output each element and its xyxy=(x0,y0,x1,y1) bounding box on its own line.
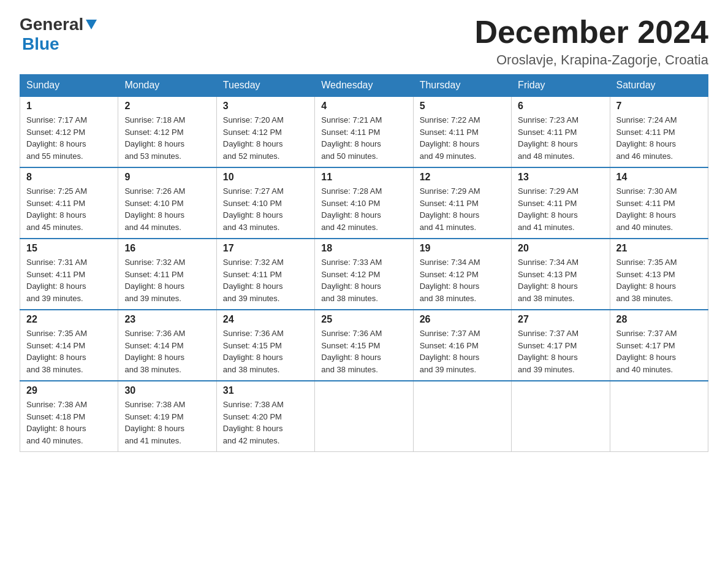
svg-marker-0 xyxy=(86,20,97,29)
logo-general-text: General xyxy=(20,15,83,34)
logo: General Blue xyxy=(20,15,97,54)
day-number: 8 xyxy=(26,172,112,183)
day-info: Sunrise: 7:38 AM Sunset: 4:19 PM Dayligh… xyxy=(124,399,210,446)
page-header: General Blue December 2024 Oroslavje, Kr… xyxy=(20,15,708,68)
calendar-day-cell: 26 Sunrise: 7:37 AM Sunset: 4:16 PM Dayl… xyxy=(413,310,511,381)
day-info: Sunrise: 7:29 AM Sunset: 4:11 PM Dayligh… xyxy=(420,185,505,233)
calendar-day-cell: 5 Sunrise: 7:22 AM Sunset: 4:11 PM Dayli… xyxy=(413,96,511,167)
calendar-day-cell: 4 Sunrise: 7:21 AM Sunset: 4:11 PM Dayli… xyxy=(315,96,413,167)
calendar-day-cell: 17 Sunrise: 7:32 AM Sunset: 4:11 PM Dayl… xyxy=(216,239,314,310)
day-info: Sunrise: 7:28 AM Sunset: 4:10 PM Dayligh… xyxy=(321,185,406,233)
day-number: 7 xyxy=(616,101,702,112)
day-number: 10 xyxy=(223,172,308,183)
weekday-header-saturday: Saturday xyxy=(610,75,708,97)
weekday-header-sunday: Sunday xyxy=(20,75,118,97)
day-info: Sunrise: 7:35 AM Sunset: 4:14 PM Dayligh… xyxy=(26,327,112,375)
day-number: 12 xyxy=(420,172,505,183)
day-info: Sunrise: 7:36 AM Sunset: 4:14 PM Dayligh… xyxy=(124,327,210,375)
day-info: Sunrise: 7:37 AM Sunset: 4:17 PM Dayligh… xyxy=(518,327,603,375)
day-info: Sunrise: 7:17 AM Sunset: 4:12 PM Dayligh… xyxy=(26,114,112,162)
day-number: 16 xyxy=(124,243,210,254)
calendar-day-cell: 12 Sunrise: 7:29 AM Sunset: 4:11 PM Dayl… xyxy=(413,167,511,239)
calendar-day-cell xyxy=(512,381,610,452)
calendar-day-cell: 28 Sunrise: 7:37 AM Sunset: 4:17 PM Dayl… xyxy=(610,310,708,381)
weekday-header-wednesday: Wednesday xyxy=(315,75,413,97)
day-number: 3 xyxy=(223,101,308,112)
day-number: 14 xyxy=(616,172,702,183)
day-number: 11 xyxy=(321,172,406,183)
calendar-day-cell xyxy=(413,381,511,452)
day-info: Sunrise: 7:38 AM Sunset: 4:20 PM Dayligh… xyxy=(223,399,308,446)
day-number: 17 xyxy=(223,243,308,254)
calendar-day-cell: 13 Sunrise: 7:29 AM Sunset: 4:11 PM Dayl… xyxy=(512,167,610,239)
day-info: Sunrise: 7:38 AM Sunset: 4:18 PM Dayligh… xyxy=(26,399,112,446)
day-number: 19 xyxy=(420,243,505,254)
calendar-day-cell: 22 Sunrise: 7:35 AM Sunset: 4:14 PM Dayl… xyxy=(20,310,118,381)
calendar-day-cell xyxy=(315,381,413,452)
calendar-day-cell: 14 Sunrise: 7:30 AM Sunset: 4:11 PM Dayl… xyxy=(610,167,708,239)
logo-triangle-icon xyxy=(86,20,97,32)
day-info: Sunrise: 7:31 AM Sunset: 4:11 PM Dayligh… xyxy=(26,256,112,304)
calendar-day-cell: 8 Sunrise: 7:25 AM Sunset: 4:11 PM Dayli… xyxy=(20,167,118,239)
day-number: 24 xyxy=(223,314,308,325)
day-number: 29 xyxy=(26,385,112,396)
calendar-week-row: 15 Sunrise: 7:31 AM Sunset: 4:11 PM Dayl… xyxy=(20,239,708,310)
day-number: 31 xyxy=(223,385,308,396)
day-info: Sunrise: 7:32 AM Sunset: 4:11 PM Dayligh… xyxy=(223,256,308,304)
weekday-header-friday: Friday xyxy=(512,75,610,97)
day-number: 13 xyxy=(518,172,603,183)
day-number: 20 xyxy=(518,243,603,254)
day-info: Sunrise: 7:20 AM Sunset: 4:12 PM Dayligh… xyxy=(223,114,308,162)
calendar-day-cell: 18 Sunrise: 7:33 AM Sunset: 4:12 PM Dayl… xyxy=(315,239,413,310)
calendar-day-cell: 31 Sunrise: 7:38 AM Sunset: 4:20 PM Dayl… xyxy=(216,381,314,452)
day-info: Sunrise: 7:32 AM Sunset: 4:11 PM Dayligh… xyxy=(124,256,210,304)
logo-blue-text: Blue xyxy=(22,34,59,53)
day-info: Sunrise: 7:33 AM Sunset: 4:12 PM Dayligh… xyxy=(321,256,406,304)
day-info: Sunrise: 7:24 AM Sunset: 4:11 PM Dayligh… xyxy=(616,114,702,162)
calendar-day-cell: 24 Sunrise: 7:36 AM Sunset: 4:15 PM Dayl… xyxy=(216,310,314,381)
weekday-header-thursday: Thursday xyxy=(413,75,511,97)
day-info: Sunrise: 7:37 AM Sunset: 4:16 PM Dayligh… xyxy=(420,327,505,375)
calendar-day-cell: 27 Sunrise: 7:37 AM Sunset: 4:17 PM Dayl… xyxy=(512,310,610,381)
day-number: 27 xyxy=(518,314,603,325)
calendar-day-cell: 16 Sunrise: 7:32 AM Sunset: 4:11 PM Dayl… xyxy=(118,239,216,310)
calendar-day-cell: 23 Sunrise: 7:36 AM Sunset: 4:14 PM Dayl… xyxy=(118,310,216,381)
calendar-week-row: 29 Sunrise: 7:38 AM Sunset: 4:18 PM Dayl… xyxy=(20,381,708,452)
calendar-day-cell: 1 Sunrise: 7:17 AM Sunset: 4:12 PM Dayli… xyxy=(20,96,118,167)
calendar-table: SundayMondayTuesdayWednesdayThursdayFrid… xyxy=(20,74,708,452)
location-subtitle: Oroslavje, Krapina-Zagorje, Croatia xyxy=(474,52,708,68)
day-number: 28 xyxy=(616,314,702,325)
calendar-day-cell: 30 Sunrise: 7:38 AM Sunset: 4:19 PM Dayl… xyxy=(118,381,216,452)
weekday-header-monday: Monday xyxy=(118,75,216,97)
day-number: 2 xyxy=(124,101,210,112)
calendar-day-cell: 25 Sunrise: 7:36 AM Sunset: 4:15 PM Dayl… xyxy=(315,310,413,381)
calendar-day-cell: 20 Sunrise: 7:34 AM Sunset: 4:13 PM Dayl… xyxy=(512,239,610,310)
day-number: 5 xyxy=(420,101,505,112)
calendar-day-cell: 2 Sunrise: 7:18 AM Sunset: 4:12 PM Dayli… xyxy=(118,96,216,167)
day-number: 26 xyxy=(420,314,505,325)
day-number: 21 xyxy=(616,243,702,254)
day-number: 23 xyxy=(124,314,210,325)
day-info: Sunrise: 7:29 AM Sunset: 4:11 PM Dayligh… xyxy=(518,185,603,233)
weekday-header-row: SundayMondayTuesdayWednesdayThursdayFrid… xyxy=(20,75,708,97)
calendar-day-cell: 3 Sunrise: 7:20 AM Sunset: 4:12 PM Dayli… xyxy=(216,96,314,167)
day-number: 1 xyxy=(26,101,112,112)
day-info: Sunrise: 7:21 AM Sunset: 4:11 PM Dayligh… xyxy=(321,114,406,162)
day-number: 9 xyxy=(124,172,210,183)
day-info: Sunrise: 7:23 AM Sunset: 4:11 PM Dayligh… xyxy=(518,114,603,162)
day-number: 4 xyxy=(321,101,406,112)
day-info: Sunrise: 7:18 AM Sunset: 4:12 PM Dayligh… xyxy=(124,114,210,162)
calendar-day-cell: 9 Sunrise: 7:26 AM Sunset: 4:10 PM Dayli… xyxy=(118,167,216,239)
day-info: Sunrise: 7:22 AM Sunset: 4:11 PM Dayligh… xyxy=(420,114,505,162)
calendar-day-cell: 15 Sunrise: 7:31 AM Sunset: 4:11 PM Dayl… xyxy=(20,239,118,310)
calendar-day-cell: 6 Sunrise: 7:23 AM Sunset: 4:11 PM Dayli… xyxy=(512,96,610,167)
calendar-week-row: 1 Sunrise: 7:17 AM Sunset: 4:12 PM Dayli… xyxy=(20,96,708,167)
day-info: Sunrise: 7:26 AM Sunset: 4:10 PM Dayligh… xyxy=(124,185,210,233)
day-number: 15 xyxy=(26,243,112,254)
calendar-day-cell: 21 Sunrise: 7:35 AM Sunset: 4:13 PM Dayl… xyxy=(610,239,708,310)
calendar-week-row: 22 Sunrise: 7:35 AM Sunset: 4:14 PM Dayl… xyxy=(20,310,708,381)
calendar-day-cell: 29 Sunrise: 7:38 AM Sunset: 4:18 PM Dayl… xyxy=(20,381,118,452)
calendar-day-cell: 7 Sunrise: 7:24 AM Sunset: 4:11 PM Dayli… xyxy=(610,96,708,167)
day-number: 22 xyxy=(26,314,112,325)
day-number: 18 xyxy=(321,243,406,254)
